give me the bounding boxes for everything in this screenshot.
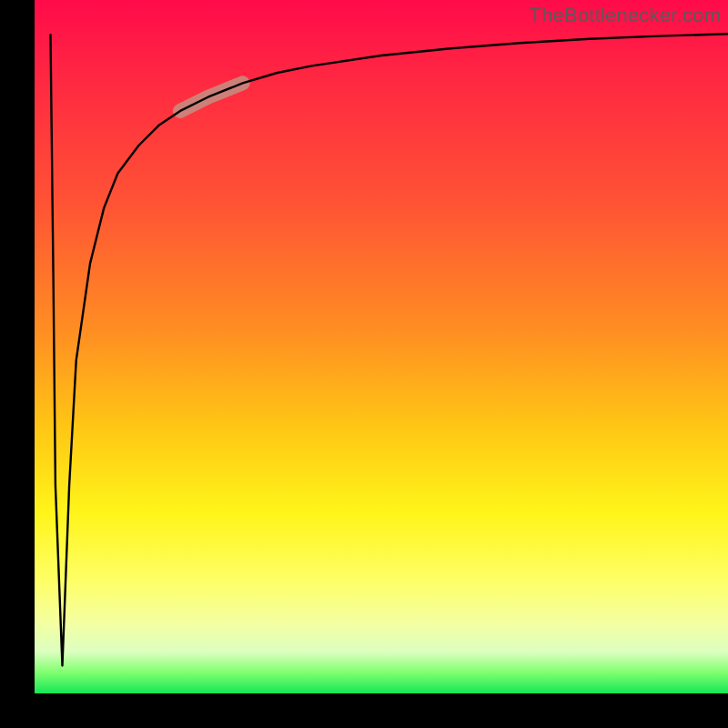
axis-x-frame	[0, 693, 728, 728]
curve-layer	[35, 0, 728, 693]
curve-highlight	[180, 83, 243, 111]
curve-path	[51, 34, 729, 665]
plot-area: TheBottlenecker.com	[35, 0, 728, 693]
chart-stage: TheBottlenecker.com	[0, 0, 728, 728]
watermark-text: TheBottlenecker.com	[530, 4, 721, 27]
axis-y-frame	[0, 0, 35, 728]
